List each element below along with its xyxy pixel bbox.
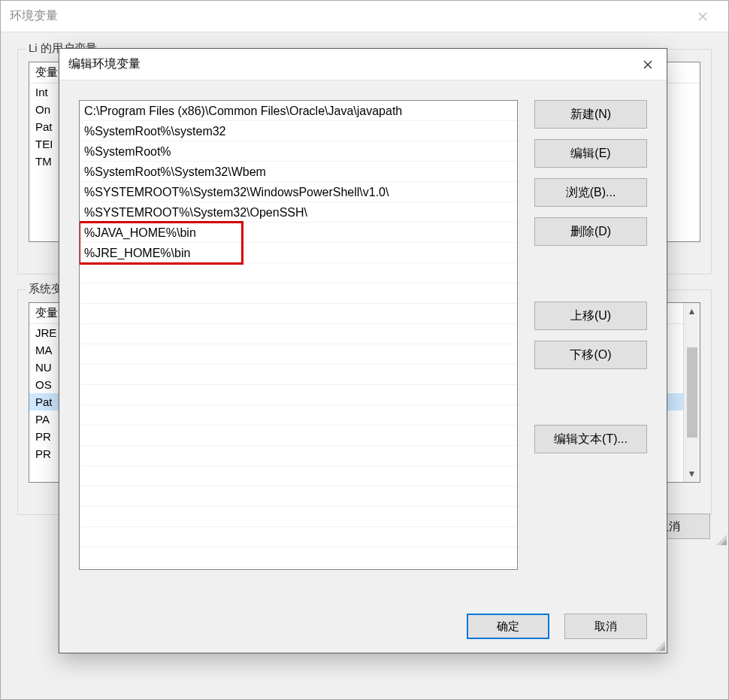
path-item[interactable]: %SYSTEMROOT%\System32\OpenSSH\ xyxy=(80,202,517,223)
parent-titlebar: 环境变量 xyxy=(1,1,728,32)
parent-title: 环境变量 xyxy=(10,8,686,24)
scroll-down-icon[interactable]: ▼ xyxy=(684,465,700,482)
path-item[interactable]: %JRE_HOME%\bin xyxy=(80,243,517,263)
delete-button[interactable]: 删除(D) xyxy=(534,217,647,246)
path-item-empty[interactable] xyxy=(80,507,517,527)
path-list-wrap: C:\Program Files (x86)\Common Files\Orac… xyxy=(79,100,518,597)
parent-close-button[interactable] xyxy=(686,1,719,32)
modal-content: C:\Program Files (x86)\Common Files\Orac… xyxy=(79,100,647,597)
path-item-empty[interactable] xyxy=(80,365,517,385)
edit-button[interactable]: 编辑(E) xyxy=(534,139,647,168)
modal-titlebar: 编辑环境变量 xyxy=(59,49,667,80)
move-up-button[interactable]: 上移(U) xyxy=(534,302,647,330)
modal-body: C:\Program Files (x86)\Common Files\Orac… xyxy=(59,80,667,653)
path-item[interactable]: %JAVA_HOME%\bin xyxy=(80,223,517,243)
scroll-up-icon[interactable]: ▲ xyxy=(684,303,700,320)
system-scrollbar[interactable]: ▲ ▼ xyxy=(683,303,700,482)
modal-close-button[interactable] xyxy=(629,49,667,80)
close-icon xyxy=(643,60,652,69)
modal-footer: 确定 取消 xyxy=(79,614,647,639)
browse-button[interactable]: 浏览(B)... xyxy=(534,178,647,207)
path-item[interactable]: C:\Program Files (x86)\Common Files\Orac… xyxy=(80,101,517,121)
new-button[interactable]: 新建(N) xyxy=(534,100,647,129)
move-down-button[interactable]: 下移(O) xyxy=(534,341,647,369)
path-item[interactable]: %SYSTEMROOT%\System32\WindowsPowerShell\… xyxy=(80,182,517,202)
path-item-empty[interactable] xyxy=(80,324,517,344)
modal-resize-grip[interactable] xyxy=(653,639,665,651)
path-item-empty[interactable] xyxy=(80,263,517,283)
scroll-thumb[interactable] xyxy=(687,347,697,438)
edit-env-var-dialog: 编辑环境变量 C:\Program Files (x86)\Common Fil… xyxy=(59,48,667,653)
path-item-empty[interactable] xyxy=(80,385,517,405)
spacer xyxy=(534,380,647,414)
parent-resize-grip[interactable] xyxy=(715,533,727,545)
modal-cancel-button[interactable]: 取消 xyxy=(564,614,647,639)
path-item-empty[interactable] xyxy=(80,446,517,466)
path-item[interactable]: %SystemRoot%\system32 xyxy=(80,121,517,141)
path-item-empty[interactable] xyxy=(80,486,517,507)
path-item-empty[interactable] xyxy=(80,426,517,446)
path-item-empty[interactable] xyxy=(80,527,517,547)
path-item-empty[interactable] xyxy=(80,405,517,426)
modal-ok-button[interactable]: 确定 xyxy=(467,614,549,639)
close-icon xyxy=(698,12,707,21)
path-item[interactable]: %SystemRoot% xyxy=(80,141,517,162)
path-item-empty[interactable] xyxy=(80,283,517,304)
side-buttons: 新建(N) 编辑(E) 浏览(B)... 删除(D) 上移(U) 下移(O) 编… xyxy=(534,100,647,597)
edit-text-button[interactable]: 编辑文本(T)... xyxy=(534,425,647,453)
path-list[interactable]: C:\Program Files (x86)\Common Files\Orac… xyxy=(79,100,518,570)
path-item[interactable]: %SystemRoot%\System32\Wbem xyxy=(80,162,517,182)
path-item-empty[interactable] xyxy=(80,304,517,324)
modal-title: 编辑环境变量 xyxy=(59,56,629,72)
path-item-empty[interactable] xyxy=(80,466,517,486)
path-item-empty[interactable] xyxy=(80,344,517,365)
spacer xyxy=(534,256,647,291)
path-item-empty[interactable] xyxy=(80,547,517,568)
